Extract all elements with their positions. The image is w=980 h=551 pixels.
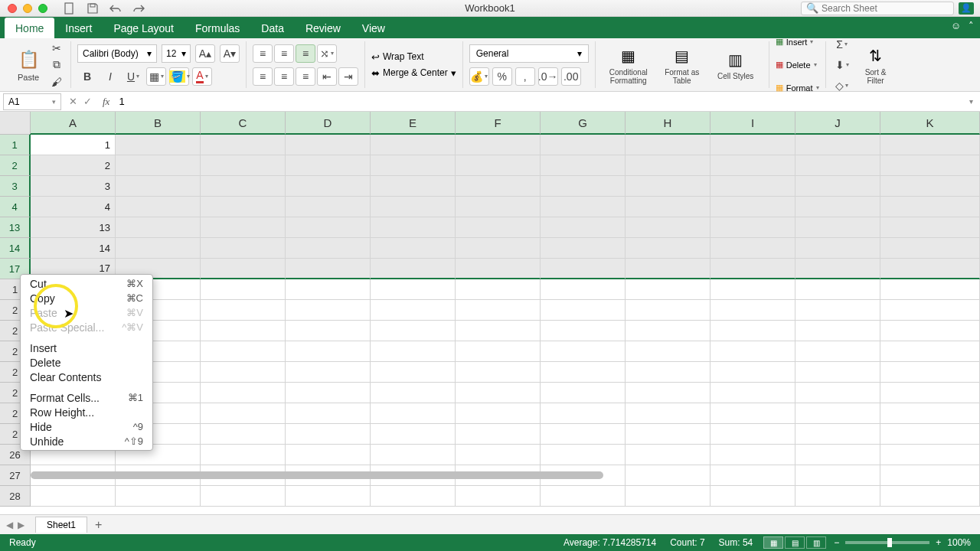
- cell[interactable]: [880, 259, 980, 279]
- cell[interactable]: [286, 424, 371, 445]
- cut-icon[interactable]: ✂: [49, 42, 64, 54]
- cell[interactable]: [710, 300, 795, 321]
- cell[interactable]: [456, 300, 541, 321]
- zoom-out-icon[interactable]: −: [834, 537, 839, 548]
- sort-filter-button[interactable]: ⇅Sort & Filter: [857, 45, 895, 85]
- cell[interactable]: [541, 238, 626, 259]
- cell[interactable]: [795, 197, 880, 217]
- col-header-B[interactable]: B: [116, 112, 201, 135]
- cell[interactable]: [201, 176, 286, 197]
- cell[interactable]: [626, 279, 710, 300]
- cell[interactable]: [626, 362, 710, 383]
- cell[interactable]: [541, 445, 626, 465]
- row-header[interactable]: 1: [0, 135, 31, 155]
- cell[interactable]: [286, 300, 371, 321]
- cell[interactable]: [286, 217, 371, 238]
- menu-item-copy[interactable]: Copy⌘C: [21, 291, 152, 305]
- cell[interactable]: [286, 197, 371, 217]
- paste-button[interactable]: 📋 Paste: [11, 48, 46, 82]
- expand-formula-bar-icon[interactable]: ▾: [969, 97, 980, 106]
- cell[interactable]: [116, 238, 201, 259]
- col-header-E[interactable]: E: [371, 112, 456, 135]
- cell[interactable]: [371, 403, 456, 424]
- cell[interactable]: [880, 135, 980, 155]
- format-cells-button[interactable]: ▦Format▾: [776, 77, 819, 98]
- cell[interactable]: [626, 486, 710, 507]
- cell[interactable]: [710, 155, 795, 176]
- cell[interactable]: [286, 155, 371, 176]
- align-left-icon[interactable]: ≡: [253, 67, 273, 86]
- cell[interactable]: [880, 362, 980, 383]
- accept-formula-icon[interactable]: ✓: [83, 96, 92, 107]
- cell[interactable]: [456, 362, 541, 383]
- collapse-ribbon-icon[interactable]: ˄: [969, 20, 974, 31]
- cell[interactable]: [371, 155, 456, 176]
- cell[interactable]: [541, 383, 626, 403]
- conditional-formatting-button[interactable]: ▦Conditional Formatting: [602, 45, 655, 85]
- undo-icon[interactable]: [109, 2, 122, 15]
- cell[interactable]: [456, 279, 541, 300]
- cell[interactable]: [456, 217, 541, 238]
- cell[interactable]: [201, 217, 286, 238]
- format-painter-icon[interactable]: 🖌: [49, 76, 64, 88]
- font-name-select[interactable]: Calibri (Body)▾: [77, 44, 157, 63]
- align-bottom-icon[interactable]: ≡: [296, 44, 315, 63]
- menu-item-hide[interactable]: Hide^9: [21, 419, 152, 434]
- cell[interactable]: [541, 424, 626, 445]
- cell[interactable]: [880, 465, 980, 486]
- cell[interactable]: [880, 238, 980, 259]
- cell[interactable]: [880, 424, 980, 445]
- cell[interactable]: [541, 176, 626, 197]
- zoom-level[interactable]: 100%: [947, 537, 971, 548]
- tab-page-layout[interactable]: Page Layout: [103, 18, 185, 38]
- cell[interactable]: [880, 403, 980, 424]
- cell[interactable]: [371, 341, 456, 362]
- increase-indent-icon[interactable]: ⇥: [338, 67, 358, 86]
- orientation-icon[interactable]: ⤭▾: [317, 44, 337, 63]
- cell[interactable]: [541, 341, 626, 362]
- cell[interactable]: [710, 445, 795, 465]
- cell[interactable]: [201, 341, 286, 362]
- cell[interactable]: [201, 300, 286, 321]
- close-icon[interactable]: [8, 4, 17, 13]
- row-header[interactable]: 14: [0, 238, 31, 259]
- col-header-D[interactable]: D: [286, 112, 371, 135]
- cell[interactable]: [286, 238, 371, 259]
- cell[interactable]: [371, 279, 456, 300]
- cell[interactable]: [456, 341, 541, 362]
- row-header[interactable]: 2: [0, 155, 31, 176]
- cell[interactable]: [201, 238, 286, 259]
- cell[interactable]: [371, 424, 456, 445]
- cell[interactable]: [710, 259, 795, 279]
- view-normal-icon[interactable]: ▦: [763, 536, 783, 549]
- border-button[interactable]: ▦▾: [146, 67, 166, 86]
- search-input[interactable]: [822, 3, 949, 14]
- sheet-nav-prev-icon[interactable]: ◀: [6, 520, 13, 530]
- align-center-icon[interactable]: ≡: [274, 67, 294, 86]
- cell[interactable]: [626, 300, 710, 321]
- cell[interactable]: [286, 259, 371, 279]
- cell[interactable]: [371, 238, 456, 259]
- cell[interactable]: [541, 362, 626, 383]
- cell[interactable]: [456, 486, 541, 507]
- cell[interactable]: [795, 155, 880, 176]
- cell[interactable]: [371, 259, 456, 279]
- search-sheet[interactable]: 🔍: [801, 2, 954, 15]
- zoom-slider[interactable]: [845, 541, 929, 544]
- cell[interactable]: [795, 445, 880, 465]
- cell[interactable]: [710, 238, 795, 259]
- cell[interactable]: [626, 445, 710, 465]
- cell[interactable]: [371, 445, 456, 465]
- col-header-I[interactable]: I: [710, 112, 795, 135]
- cell[interactable]: [541, 300, 626, 321]
- row-header[interactable]: 27: [0, 465, 31, 486]
- cell[interactable]: [456, 176, 541, 197]
- cell[interactable]: [286, 135, 371, 155]
- cell[interactable]: [456, 155, 541, 176]
- cell[interactable]: [880, 321, 980, 341]
- fill-icon[interactable]: ⬇▾: [832, 56, 852, 74]
- cell[interactable]: [116, 135, 201, 155]
- align-middle-icon[interactable]: ≡: [274, 44, 294, 63]
- col-header-G[interactable]: G: [541, 112, 626, 135]
- row-header[interactable]: 4: [0, 197, 31, 217]
